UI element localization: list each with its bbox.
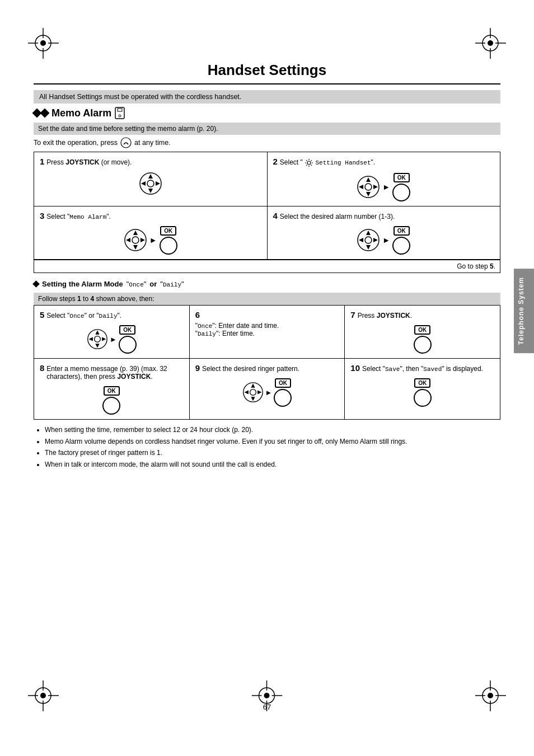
ok-badge-9: OK xyxy=(275,378,291,388)
ok-group-9: OK xyxy=(274,378,292,407)
step-2-cell: 2 Select " Setting Handset". xyxy=(268,152,500,206)
steps-5-10-grid: 5 Select "Once" or "Daily". ► OK xyxy=(34,305,500,420)
svg-marker-69 xyxy=(257,391,261,395)
step-7-icons: OK xyxy=(350,325,494,354)
svg-marker-43 xyxy=(366,192,371,196)
arrow-2: ► xyxy=(382,182,390,191)
svg-rect-31 xyxy=(118,109,122,111)
alarm-mode-daily: "Daily" xyxy=(160,280,184,288)
svg-point-23 xyxy=(488,693,493,698)
ok-group-5: OK xyxy=(119,325,137,354)
step-1-text: Press JOYSTICK (or move). xyxy=(46,158,132,166)
step-6-cell: 6 "Once": Enter date and time. "Daily": … xyxy=(190,306,345,358)
svg-marker-63 xyxy=(102,337,106,341)
step-8-cell: 8 Enter a memo message (p. 39) (max. 32 … xyxy=(34,359,190,419)
svg-marker-51 xyxy=(140,238,145,242)
svg-point-29 xyxy=(264,693,270,698)
step-7-cell: 7 Press JOYSTICK. OK xyxy=(345,306,500,358)
step-2-icons: ► OK xyxy=(273,173,495,201)
diamond-bullets xyxy=(34,110,48,116)
exit-line-after: at any time. xyxy=(134,139,171,147)
steps-row-567: 5 Select "Once" or "Daily". ► OK xyxy=(34,306,500,359)
arrow-9: ► xyxy=(265,388,273,397)
step-3-icons: ► OK xyxy=(40,226,261,255)
step-4-cell: 4 Select the desired alarm number (1-3).… xyxy=(268,206,500,259)
ok-circle-7 xyxy=(414,336,432,354)
step-10-cell: 10 Select "Save", then "Saved" is displa… xyxy=(345,359,500,419)
alarm-mode-header: Setting the Alarm Mode "Once" or "Daily" xyxy=(34,278,500,290)
ok-group-10: OK xyxy=(414,378,432,407)
ok-badge-4: OK xyxy=(394,226,410,236)
steps-row-8910: 8 Enter a memo message (p. 39) (max. 32 … xyxy=(34,359,500,419)
svg-marker-42 xyxy=(366,177,371,182)
ok-group-4: OK xyxy=(392,226,410,255)
diamond-icon-2 xyxy=(40,109,50,118)
section-heading: Memo Alarm xyxy=(34,107,500,119)
svg-marker-49 xyxy=(133,245,138,250)
alarm-mode-title: Setting the Alarm Mode xyxy=(42,280,123,288)
step-8-num: 8 xyxy=(40,363,44,373)
alarm-mode-or: or xyxy=(149,280,157,288)
step-3-text: Select "Memo Alarm". xyxy=(46,213,111,220)
page-title: Handset Settings xyxy=(67,62,467,79)
step-9-icons: ► OK xyxy=(195,378,339,407)
settings-gear-icon xyxy=(305,158,313,167)
step-6-num: 6 xyxy=(195,310,200,320)
step-4-text: Select the desired alarm number (1-3). xyxy=(280,213,395,220)
step-1-num: 1 xyxy=(40,157,44,166)
info-bar: All Handset Settings must be operated wi… xyxy=(34,90,500,104)
ok-group-8: OK xyxy=(102,386,120,415)
ok-badge-10: OK xyxy=(414,378,430,388)
step-3-num: 3 xyxy=(40,211,44,220)
step-7-num: 7 xyxy=(350,310,355,320)
joystick-icon-9 xyxy=(242,382,264,403)
svg-marker-61 xyxy=(95,344,99,348)
svg-marker-60 xyxy=(95,331,99,335)
ok-badge-7: OK xyxy=(414,325,430,335)
joystick-icon-3 xyxy=(124,228,147,252)
ok-group-3: OK xyxy=(160,226,177,255)
svg-point-52 xyxy=(132,237,139,243)
bullet-2: Memo Alarm volume depends on cordless ha… xyxy=(45,437,500,447)
svg-point-39 xyxy=(147,180,154,187)
step-7-text: Press JOYSTICK. xyxy=(358,312,412,320)
svg-marker-35 xyxy=(148,174,153,179)
page-title-section: Handset Settings xyxy=(34,45,500,84)
svg-marker-37 xyxy=(141,181,146,186)
ok-circle-2 xyxy=(392,184,410,201)
bullet-list: When setting the time, remember to selec… xyxy=(34,425,500,469)
ok-circle-5 xyxy=(119,336,137,354)
arrow-5: ► xyxy=(110,335,117,344)
svg-marker-44 xyxy=(359,185,363,189)
bullet-4: When in talk or intercom mode, the alarm… xyxy=(45,460,500,469)
ok-group-2: OK xyxy=(392,173,410,201)
svg-point-40 xyxy=(307,161,311,165)
step-10-num: 10 xyxy=(350,363,360,373)
off-hook-icon xyxy=(120,137,132,148)
exit-line: To exit the operation, press at any time… xyxy=(34,137,500,148)
svg-point-64 xyxy=(94,336,100,342)
bullet-1: When setting the time, remember to selec… xyxy=(45,425,500,435)
svg-marker-67 xyxy=(251,397,255,401)
svg-marker-48 xyxy=(133,231,138,235)
ok-badge-5: OK xyxy=(119,325,135,335)
handset-icon xyxy=(115,107,125,119)
main-content: All Handset Settings must be operated wi… xyxy=(34,84,500,469)
svg-point-5 xyxy=(40,40,46,46)
step-9-num: 9 xyxy=(195,363,200,373)
step-2-text: Select " Setting Handset". xyxy=(280,158,375,167)
svg-point-32 xyxy=(119,115,121,117)
step-5-num: 5 xyxy=(40,310,44,320)
svg-marker-66 xyxy=(251,384,255,388)
alarm-mode-once: "Once" xyxy=(127,280,147,288)
joystick-icon-1 xyxy=(139,172,162,195)
step-4-num: 4 xyxy=(273,211,278,220)
step-2-num: 2 xyxy=(273,157,278,166)
step-5-text: Select "Once" or "Daily". xyxy=(46,312,121,320)
ok-badge-8: OK xyxy=(104,386,120,396)
steps-1-4-grid: 1 Press JOYSTICK (or move). xyxy=(34,152,500,273)
step-5-icons: ► OK xyxy=(40,325,184,354)
svg-marker-45 xyxy=(373,185,378,189)
arrow-3: ► xyxy=(149,236,157,245)
svg-point-58 xyxy=(365,237,372,243)
